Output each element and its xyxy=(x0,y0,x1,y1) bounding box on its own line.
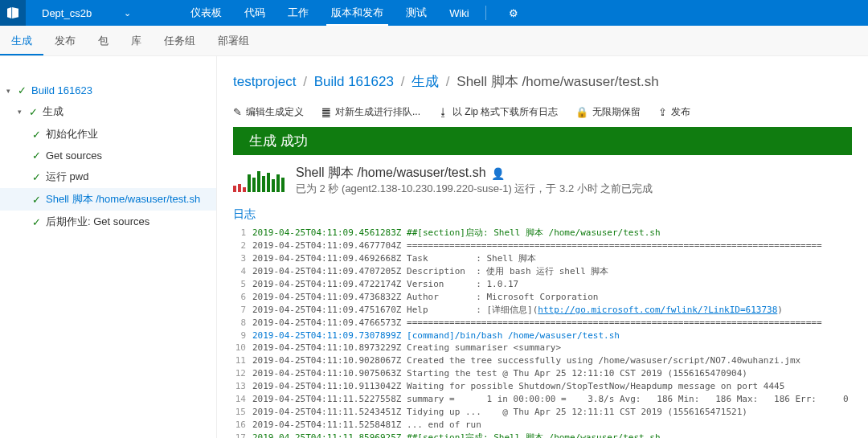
log-line: 32019-04-25T04:11:09.4692668Z Task : She… xyxy=(233,252,852,265)
build-tree-sidebar: ▾ ✓ Build 161623 ▾ ✓ 生成 ✓初始化作业✓Get sourc… xyxy=(0,56,217,438)
tree-step-label: Get sources xyxy=(46,149,102,162)
help-link[interactable]: http://go.microsoft.com/fwlink/?LinkID=6… xyxy=(538,305,777,315)
queue-icon: ䷀ xyxy=(321,106,331,118)
task-title: Shell 脚本 /home/wasuser/test.sh xyxy=(296,165,486,182)
log-line: 72019-04-25T04:11:09.4751670Z Help : [详细… xyxy=(233,304,852,317)
settings-gear-icon[interactable]: ⚙ xyxy=(497,7,530,19)
tree-step[interactable]: ✓Shell 脚本 /home/wasuser/test.sh xyxy=(0,188,216,211)
person-icon: 👤 xyxy=(491,167,505,180)
log-line: 42019-04-25T04:11:09.4707205Z Descriptio… xyxy=(233,265,852,278)
build-status-bar: 生成 成功 xyxy=(233,127,852,155)
breadcrumb-link[interactable]: 生成 xyxy=(411,74,439,89)
download-logs-button[interactable]: ⭳ 以 Zip 格式下载所有日志 xyxy=(438,105,558,119)
tree-step-label: 运行 pwd xyxy=(46,170,88,184)
log-line: 132019-04-25T04:11:10.9113042Z Waiting f… xyxy=(233,380,852,393)
tree-step[interactable]: ✓运行 pwd xyxy=(0,166,216,188)
queue-build-button[interactable]: ䷀ 对新生成进行排队... xyxy=(321,105,420,119)
sub-tab[interactable]: 任务组 xyxy=(153,26,207,55)
edit-definition-button[interactable]: ✎ 编辑生成定义 xyxy=(233,105,304,119)
log-line: 92019-04-25T04:11:09.7307899Z [command]/… xyxy=(233,330,852,342)
task-subtitle: 已为 2 秒 (agent2.138-10.230.199.220-suse-1… xyxy=(296,182,653,196)
tree-step-label: Shell 脚本 /home/wasuser/test.sh xyxy=(46,192,200,207)
project-name-label: Dept_cs2b xyxy=(42,7,92,19)
log-line: 152019-04-25T04:11:11.5243451Z Tidying u… xyxy=(233,406,852,419)
nav-tab[interactable]: 代码 xyxy=(233,0,276,26)
success-check-icon: ✓ xyxy=(32,194,41,206)
app-logo[interactable] xyxy=(0,0,26,26)
project-selector[interactable]: Dept_cs2b ⌄ xyxy=(26,0,179,26)
tree-root-label: Build 161623 xyxy=(31,84,92,96)
success-check-icon: ✓ xyxy=(32,129,41,141)
tree-root[interactable]: ▾ ✓ Build 161623 xyxy=(0,80,216,100)
log-line: 82019-04-25T04:11:09.4766573Z ==========… xyxy=(233,317,852,330)
breadcrumb: testproject / Build 161623 / 生成 / Shell … xyxy=(233,72,852,91)
nav-tab[interactable]: Wiki xyxy=(438,0,481,26)
log-line: 102019-04-25T04:11:10.8973229Z Creating … xyxy=(233,342,852,354)
log-output[interactable]: 12019-04-25T04:11:09.4561283Z ##[section… xyxy=(233,227,852,438)
build-history-bars xyxy=(233,170,285,192)
sub-tab[interactable]: 生成 xyxy=(0,26,43,55)
success-check-icon: ✓ xyxy=(29,106,38,118)
sub-tab[interactable]: 发布 xyxy=(43,26,87,55)
tree-step-label: 后期作业: Get sources xyxy=(46,215,149,229)
sub-tab[interactable]: 部署组 xyxy=(207,26,260,55)
breadcrumb-link[interactable]: testproject xyxy=(233,74,296,89)
log-line: 62019-04-25T04:11:09.4736832Z Author : M… xyxy=(233,291,852,304)
log-line: 22019-04-25T04:11:09.4677704Z ==========… xyxy=(233,239,852,252)
log-section-title: 日志 xyxy=(233,207,852,222)
success-check-icon: ✓ xyxy=(18,84,27,96)
log-line: 52019-04-25T04:11:09.4722174Z Version : … xyxy=(233,278,852,291)
log-line: 162019-04-25T04:11:11.5258481Z ... end o… xyxy=(233,419,852,432)
pencil-icon: ✎ xyxy=(233,106,242,118)
download-icon: ⭳ xyxy=(438,106,448,118)
breadcrumb-current: Shell 脚本 /home/wasuser/test.sh xyxy=(457,74,658,89)
nav-tab[interactable]: 仪表板 xyxy=(179,0,233,26)
retain-button[interactable]: 🔒 无限期保留 xyxy=(575,105,641,119)
log-line: 172019-04-25T04:11:11.8596925Z ##[sectio… xyxy=(233,432,852,438)
log-line: 112019-04-25T04:11:10.9028067Z Created t… xyxy=(233,354,852,367)
chevron-down-icon: ▾ xyxy=(18,108,26,116)
lock-icon: 🔒 xyxy=(575,106,588,118)
success-check-icon: ✓ xyxy=(32,149,41,162)
status-text: 生成 成功 xyxy=(249,132,308,150)
tree-step[interactable]: ✓后期作业: Get sources xyxy=(0,211,216,233)
tree-step[interactable]: ✓初始化作业 xyxy=(0,123,216,145)
sub-tab[interactable]: 库 xyxy=(120,26,153,55)
log-line: 142019-04-25T04:11:11.5227558Z summary =… xyxy=(233,393,852,406)
divider xyxy=(485,6,486,20)
tree-job[interactable]: ▾ ✓ 生成 xyxy=(0,100,216,123)
chevron-down-icon: ⌄ xyxy=(124,8,131,18)
tree-step-label: 初始化作业 xyxy=(46,127,98,141)
success-check-icon: ✓ xyxy=(32,171,41,183)
nav-tab[interactable]: 工作 xyxy=(276,0,320,26)
tree-step[interactable]: ✓Get sources xyxy=(0,145,216,166)
nav-tab[interactable]: 测试 xyxy=(395,0,438,26)
log-line: 12019-04-25T04:11:09.4561283Z ##[section… xyxy=(233,227,852,239)
success-check-icon: ✓ xyxy=(32,216,41,228)
sub-tab[interactable]: 包 xyxy=(87,26,120,55)
nav-tab[interactable]: 版本和发布 xyxy=(320,0,395,26)
tree-job-label: 生成 xyxy=(43,104,63,119)
chevron-down-icon: ▾ xyxy=(6,87,14,95)
publish-button[interactable]: ⇪ 发布 xyxy=(658,105,690,119)
breadcrumb-link[interactable]: Build 161623 xyxy=(314,74,394,89)
log-line: 122019-04-25T04:11:10.9075063Z Starting … xyxy=(233,367,852,380)
publish-icon: ⇪ xyxy=(658,106,667,118)
